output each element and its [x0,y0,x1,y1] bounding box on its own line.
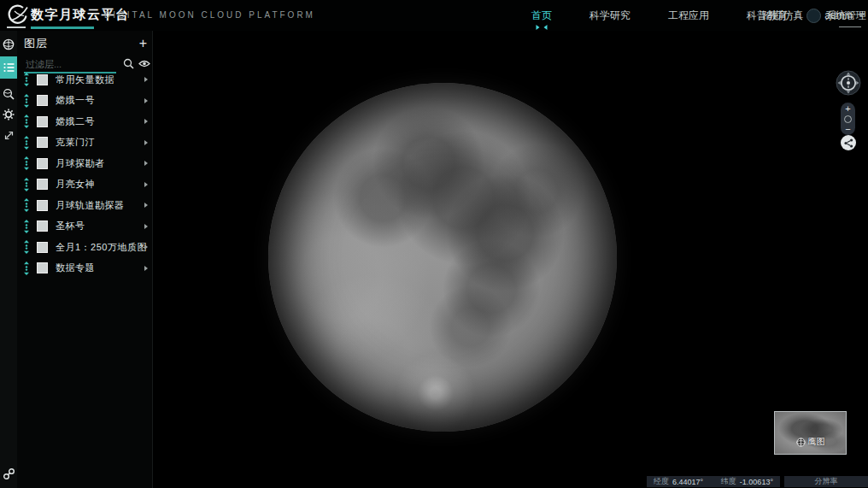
resolution-readout: 分辨率 [784,476,868,487]
top-bar: 数字月球云平台 DIGITAL MOON CLOUD PLATFORM 首页 科… [0,0,868,31]
layer-label: 月球轨道勘探器 [56,199,125,212]
layer-panel: 图层 + 常用矢量数据 嫦娥一号 [17,31,153,488]
layer-label: 嫦娥一号 [56,94,95,107]
globe-viewport[interactable] [153,31,868,488]
platform-logo-icon [7,3,29,26]
layer-checkbox[interactable] [37,262,48,273]
layer-checkbox[interactable] [37,137,48,148]
layer-tree-item[interactable]: 月球探勘者 [17,153,152,174]
layer-checkbox[interactable] [37,95,48,106]
chevron-right-icon[interactable] [144,224,148,229]
search-icon[interactable] [123,58,134,69]
layer-checkbox[interactable] [37,179,48,190]
share-button[interactable] [841,135,856,150]
settings-gear-icon[interactable] [0,106,17,123]
layer-tree: 常用矢量数据 嫦娥一号 嫦娥二号 克莱门汀 [17,69,152,279]
layer-tree-item[interactable]: 常用矢量数据 [17,69,152,91]
chevron-right-icon[interactable] [144,140,148,145]
layer-tree-item[interactable]: 月亮女神 [17,174,152,196]
layer-label: 圣杯号 [56,220,85,232]
add-layer-button[interactable]: + [139,38,147,50]
nav-item-home[interactable]: 首页 [513,9,571,23]
title-accent-underline [31,26,94,29]
layer-checkbox[interactable] [37,242,48,253]
drag-handle-icon[interactable] [24,198,29,212]
zoom-out-button[interactable]: − [845,125,850,133]
latitude-value: -1.00613° [740,478,773,486]
user-avatar[interactable] [806,9,821,23]
nav-active-indicator [537,25,548,30]
chevron-right-icon[interactable] [144,119,148,124]
chevron-right-icon[interactable] [144,98,148,103]
drag-handle-icon[interactable] [24,240,29,254]
share-icon [844,138,853,148]
chevron-down-icon[interactable] [858,14,865,17]
compass-control[interactable] [836,70,861,96]
resolution-label: 分辨率 [815,476,838,487]
nav-item-science[interactable]: 科学研究 [571,9,649,23]
chevron-right-icon[interactable] [144,244,148,250]
chevron-right-icon[interactable] [144,182,148,187]
layer-checkbox[interactable] [37,158,48,169]
layer-checkbox[interactable] [37,200,48,211]
drag-handle-icon[interactable] [24,262,29,275]
layer-label: 克莱门汀 [56,136,95,149]
layer-tree-item[interactable]: 克莱门汀 [17,132,152,154]
layer-label: 数据专题 [56,262,95,274]
chevron-right-icon[interactable] [144,161,148,166]
layer-tree-item[interactable]: 数据专题 [17,258,152,279]
zoom-reset-button[interactable] [844,115,852,123]
longitude-value: 6.44017° [672,478,703,486]
search-globe-icon[interactable] [0,85,17,103]
link-icon[interactable] [0,465,17,482]
layer-label: 嫦娥二号 [56,115,95,128]
drag-handle-icon[interactable] [24,178,29,191]
tool-rail [0,31,17,488]
layer-tree-item[interactable]: 嫦娥一号 [17,91,152,112]
overview-minimap[interactable]: 鹰图 [774,411,847,455]
layer-checkbox[interactable] [37,74,48,85]
layer-checkbox[interactable] [37,116,48,127]
globe-icon [796,438,806,447]
layer-label: 常用矢量数据 [56,73,114,86]
layer-tree-item[interactable]: 圣杯号 [17,216,152,238]
zoom-control: + − [841,103,855,135]
layer-checkbox[interactable] [37,220,48,232]
layer-tree-item[interactable]: 嫦娥二号 [17,111,152,132]
latitude-label: 纬度 [721,476,736,487]
drag-handle-icon[interactable] [24,73,29,86]
layer-tree-item[interactable]: 月球轨道勘探器 [17,195,152,216]
user-name-label: admin [824,9,853,21]
platform-subtitle: DIGITAL MOON CLOUD PLATFORM [104,10,315,20]
user-underline [839,26,861,27]
drag-handle-icon[interactable] [24,156,29,170]
layer-label: 月亮女神 [56,178,95,191]
longitude-label: 经度 [654,476,669,487]
expand-icon[interactable] [0,126,17,144]
layer-label: 全月1：250万地质图 [56,241,147,254]
logo-underline [7,26,26,28]
layer-list-icon[interactable] [0,56,17,79]
drag-handle-icon[interactable] [24,94,29,108]
nav-item-engineering[interactable]: 工程应用 [649,9,728,23]
overview-label: 鹰图 [796,436,825,448]
layer-panel-header: 图层 + [24,33,147,54]
layer-label: 月球探勘者 [56,157,105,170]
chevron-right-icon[interactable] [144,266,148,271]
user-org-label: 踏勘仿真 [762,9,803,23]
layer-panel-title: 图层 [24,36,48,51]
zoom-in-button[interactable]: + [845,104,850,113]
chevron-right-icon[interactable] [144,203,148,208]
drag-handle-icon[interactable] [24,220,29,233]
drag-handle-icon[interactable] [24,136,29,150]
coordinate-readout: 经度 6.44017° 纬度 -1.00613° [647,476,780,487]
globe-icon[interactable] [0,36,17,53]
moon-globe[interactable] [268,83,617,432]
drag-handle-icon[interactable] [24,115,29,128]
eye-icon[interactable] [138,60,150,68]
layer-tree-item[interactable]: 全月1：250万地质图 [17,237,152,258]
app-window: 数字月球云平台 DIGITAL MOON CLOUD PLATFORM 首页 科… [0,0,868,488]
chevron-right-icon[interactable] [144,77,148,82]
